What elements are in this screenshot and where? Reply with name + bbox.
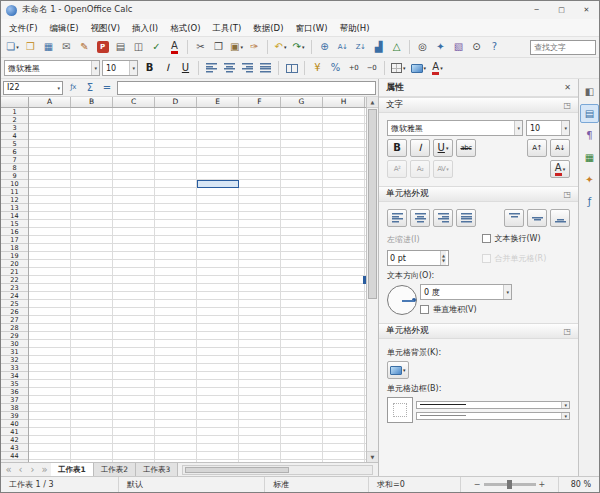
row-header-44[interactable]: 44 bbox=[1, 452, 28, 460]
page-style[interactable]: 默认 bbox=[119, 477, 265, 492]
row-header-3[interactable]: 3 bbox=[1, 124, 28, 132]
menu-data[interactable]: 数据(D) bbox=[247, 19, 289, 37]
previous-sheet-button[interactable]: ‹ bbox=[15, 464, 26, 476]
zoom-in-icon[interactable]: + bbox=[539, 477, 546, 492]
page-preview-button[interactable]: ◫ bbox=[130, 39, 147, 56]
column-header-A[interactable]: A bbox=[29, 97, 71, 107]
chevron-down-icon[interactable]: ▾ bbox=[561, 121, 569, 135]
currency-format-button[interactable]: ¥ bbox=[309, 60, 326, 77]
row-header-28[interactable]: 28 bbox=[1, 324, 28, 332]
sidebar-strikethrough-button[interactable]: abc bbox=[456, 139, 476, 157]
zoom-button[interactable]: ⊙ bbox=[468, 39, 485, 56]
sidebar-superscript-button[interactable]: A² bbox=[387, 160, 407, 178]
row-header-8[interactable]: 8 bbox=[1, 164, 28, 172]
row-header-4[interactable]: 4 bbox=[1, 132, 28, 140]
spin-down-icon[interactable]: ▼ bbox=[442, 258, 445, 263]
section-header-text[interactable]: 文字 ◳ bbox=[379, 97, 578, 113]
section-header-cell-appearance[interactable]: 单元格外观 ◳ bbox=[379, 323, 578, 339]
find-text-input[interactable] bbox=[530, 40, 596, 55]
sidebar-valign-bottom-button[interactable] bbox=[550, 209, 570, 227]
function-wizard-button[interactable]: ƒx bbox=[65, 81, 81, 95]
more-options-icon[interactable]: ◳ bbox=[563, 327, 571, 336]
row-header-43[interactable]: 43 bbox=[1, 444, 28, 452]
menu-file[interactable]: 文件(F) bbox=[3, 19, 44, 37]
spellcheck-button[interactable]: ✓ bbox=[148, 39, 165, 56]
functions-tab[interactable]: ƒ bbox=[580, 192, 599, 211]
cells-area[interactable] bbox=[29, 108, 366, 462]
row-header-10[interactable]: 10 bbox=[1, 180, 28, 188]
row-header-21[interactable]: 21 bbox=[1, 268, 28, 276]
row-header-18[interactable]: 18 bbox=[1, 244, 28, 252]
align-left-button[interactable] bbox=[203, 60, 220, 77]
sheet-tab-3[interactable]: 工作表3 bbox=[136, 463, 178, 476]
align-right-button[interactable] bbox=[239, 60, 256, 77]
align-justify-button[interactable] bbox=[257, 60, 274, 77]
background-color-button[interactable]: ▾ bbox=[409, 60, 429, 77]
row-header-31[interactable]: 31 bbox=[1, 348, 28, 356]
sidebar-settings-icon[interactable]: ◧ bbox=[580, 82, 599, 101]
sort-descending-button[interactable]: Z↓ bbox=[352, 39, 369, 56]
font-name-combo[interactable]: 微软雅黑 ▾ bbox=[4, 60, 100, 76]
menu-help[interactable]: 帮助(H) bbox=[334, 19, 376, 37]
row-header-15[interactable]: 15 bbox=[1, 220, 28, 228]
sidebar-align-left-button[interactable] bbox=[387, 209, 407, 227]
paste-button[interactable]: ▣▾ bbox=[228, 39, 245, 56]
menu-edit[interactable]: 编辑(E) bbox=[44, 19, 85, 37]
row-header-14[interactable]: 14 bbox=[1, 212, 28, 220]
merge-cells-option[interactable]: 合并单元格(R) bbox=[482, 253, 571, 264]
help-button[interactable]: ? bbox=[486, 39, 503, 56]
maximize-button[interactable]: □ bbox=[549, 1, 574, 19]
zoom-slider[interactable]: − + bbox=[461, 477, 559, 492]
merge-cells-checkbox[interactable] bbox=[482, 254, 491, 263]
cut-button[interactable]: ✂ bbox=[192, 39, 209, 56]
percent-format-button[interactable]: % bbox=[327, 60, 344, 77]
row-header-20[interactable]: 20 bbox=[1, 260, 28, 268]
chevron-down-icon[interactable]: ▾ bbox=[503, 285, 511, 299]
border-preset-widget[interactable] bbox=[387, 397, 413, 423]
vertically-stacked-checkbox[interactable] bbox=[420, 305, 429, 314]
edit-file-button[interactable]: ✎ bbox=[76, 39, 93, 56]
align-center-button[interactable] bbox=[221, 60, 238, 77]
sidebar-font-size-combo[interactable]: 10 ▾ bbox=[526, 120, 570, 136]
close-button[interactable]: ✕ bbox=[574, 1, 599, 19]
gallery-tab[interactable]: ▦ bbox=[580, 148, 599, 167]
vertical-scrollbar[interactable]: ▲ ▼ bbox=[366, 97, 378, 462]
equals-button[interactable]: = bbox=[99, 81, 115, 95]
sidebar-font-name-combo[interactable]: 微软雅黑 ▾ bbox=[387, 120, 523, 136]
orientation-degree-combo[interactable]: 0 度 ▾ bbox=[420, 284, 512, 300]
properties-tab[interactable]: ▤ bbox=[580, 104, 599, 123]
gallery-button[interactable]: ▧ bbox=[450, 39, 467, 56]
wrap-text-option[interactable]: 文本换行(W) bbox=[482, 233, 571, 244]
sort-ascending-button[interactable]: A↓ bbox=[334, 39, 351, 56]
format-paintbrush-button[interactable]: ✑ bbox=[246, 39, 263, 56]
sidebar-subscript-button[interactable]: A₂ bbox=[410, 160, 430, 178]
row-header-13[interactable]: 13 bbox=[1, 204, 28, 212]
italic-button[interactable]: I bbox=[159, 60, 176, 77]
column-header-D[interactable]: D bbox=[155, 97, 197, 107]
more-options-icon[interactable]: ◳ bbox=[563, 190, 571, 199]
name-box[interactable]: I22 ▾ bbox=[3, 81, 63, 95]
column-header-B[interactable]: B bbox=[71, 97, 113, 107]
row-header-40[interactable]: 40 bbox=[1, 420, 28, 428]
sidebar-valign-center-button[interactable] bbox=[527, 209, 547, 227]
row-header-33[interactable]: 33 bbox=[1, 364, 28, 372]
sidebar-align-center-button[interactable] bbox=[410, 209, 430, 227]
row-header-36[interactable]: 36 bbox=[1, 388, 28, 396]
menu-window[interactable]: 窗口(W) bbox=[289, 19, 333, 37]
column-header-F[interactable]: F bbox=[239, 97, 281, 107]
more-options-icon[interactable]: ◳ bbox=[563, 101, 571, 110]
scroll-up-icon[interactable]: ▲ bbox=[367, 97, 378, 108]
chevron-down-icon[interactable]: ▾ bbox=[129, 61, 137, 75]
underline-button[interactable]: U bbox=[177, 60, 194, 77]
spinner-arrows[interactable]: ▲ ▼ bbox=[440, 251, 446, 265]
row-header-34[interactable]: 34 bbox=[1, 372, 28, 380]
print-button[interactable]: ▤ bbox=[112, 39, 129, 56]
scroll-down-icon[interactable]: ▼ bbox=[367, 451, 378, 462]
row-header-26[interactable]: 26 bbox=[1, 308, 28, 316]
show-draw-functions-button[interactable]: △ bbox=[388, 39, 405, 56]
column-header-C[interactable]: C bbox=[113, 97, 155, 107]
sidebar-decrease-font-size-button[interactable]: A↓ bbox=[550, 139, 570, 157]
chevron-down-icon[interactable]: ▾ bbox=[561, 402, 569, 408]
sidebar-character-spacing-button[interactable]: AV▾ bbox=[433, 160, 453, 178]
zoom-track[interactable] bbox=[484, 483, 536, 486]
